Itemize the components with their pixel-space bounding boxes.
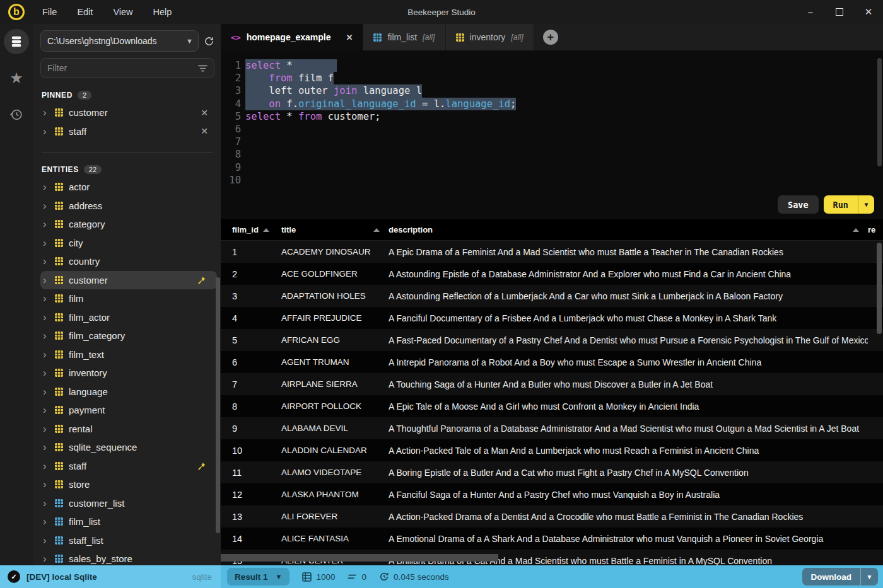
table-row[interactable]: 14 ALICE FANTASIA A Emotional Drama of a…: [221, 527, 883, 550]
cell-description[interactable]: A Fanciful Documentary of a Frisbee And …: [389, 313, 868, 323]
cell-film-id[interactable]: 10: [232, 446, 281, 456]
chevron-right-icon[interactable]: ›: [43, 238, 49, 248]
cell-film-id[interactable]: 14: [232, 534, 281, 544]
history-panel-button[interactable]: [4, 102, 29, 127]
table-row[interactable]: 12 ALASKA PHANTOM A Fanciful Saga of a H…: [221, 483, 883, 505]
chevron-right-icon[interactable]: ›: [43, 424, 49, 434]
cell-title[interactable]: AIRPLANE SIERRA: [281, 379, 389, 389]
cell-film-id[interactable]: 11: [232, 468, 281, 478]
chevron-right-icon[interactable]: ›: [43, 516, 49, 527]
sql-editor[interactable]: 1select *2 from film f3 left outer join …: [221, 50, 883, 219]
cell-title[interactable]: ACADEMY DINOSAUR: [281, 247, 389, 257]
cell-title[interactable]: AFRICAN EGG: [281, 335, 389, 345]
table-row[interactable]: 5 AFRICAN EGG A Fast-Paced Documentary o…: [221, 329, 883, 351]
pinned-item[interactable]: › staff ✕: [40, 122, 217, 141]
table-row[interactable]: 4 AFFAIR PREJUDICE A Fanciful Documentar…: [221, 307, 883, 329]
column-header-partial[interactable]: re: [868, 225, 883, 234]
cell-film-id[interactable]: 7: [232, 379, 281, 389]
code-line[interactable]: 5select * from customer;: [221, 110, 883, 123]
column-header-title[interactable]: title: [281, 225, 389, 234]
tab[interactable]: <> inventory [all] ✕: [446, 24, 534, 50]
entity-item[interactable]: › customer_list: [40, 494, 217, 513]
entity-item[interactable]: › film_actor: [40, 308, 217, 327]
cell-title[interactable]: ADAPTATION HOLES: [281, 291, 389, 301]
entity-item[interactable]: › language: [40, 383, 217, 401]
cell-description[interactable]: A Touching Saga of a Hunter And a Butler…: [389, 379, 868, 389]
cell-description[interactable]: A Emotional Drama of a A Shark And a Dat…: [389, 534, 868, 544]
unpin-close-icon[interactable]: ✕: [197, 126, 212, 136]
cell-film-id[interactable]: 13: [232, 512, 281, 522]
cell-title[interactable]: ALICE FANTASIA: [281, 534, 389, 543]
favorites-panel-button[interactable]: ★: [4, 66, 29, 91]
run-options-caret[interactable]: ▼: [858, 195, 874, 214]
filter-input[interactable]: [47, 63, 198, 73]
result-selector-button[interactable]: Result 1 ▼: [227, 568, 289, 585]
chevron-right-icon[interactable]: ›: [43, 293, 49, 304]
menu-item[interactable]: View: [105, 4, 140, 20]
cell-film-id[interactable]: 5: [232, 335, 281, 345]
download-button[interactable]: Download ▼: [802, 568, 879, 585]
chevron-right-icon[interactable]: ›: [43, 461, 49, 471]
tab[interactable]: <> film_list [all] ✕: [363, 24, 445, 50]
cell-description[interactable]: A Action-Packed Drama of a Dentist And a…: [389, 512, 868, 522]
table-row[interactable]: 1 ACADEMY DINOSAUR A Epic Drama of a Fem…: [221, 241, 883, 263]
chevron-right-icon[interactable]: ›: [43, 182, 49, 192]
entity-item[interactable]: › staff_list: [40, 531, 217, 550]
entity-item[interactable]: › film: [40, 289, 217, 308]
table-row[interactable]: 8 AIRPORT POLLOCK A Epic Tale of a Moose…: [221, 395, 883, 417]
cell-film-id[interactable]: 9: [232, 424, 281, 434]
code-line[interactable]: 4 on f.original_language_id = l.language…: [221, 98, 883, 110]
cell-description[interactable]: A Action-Packed Tale of a Man And a Lumb…: [389, 446, 868, 456]
entity-item[interactable]: › staff: [40, 457, 217, 476]
code-line[interactable]: 1select *: [221, 59, 883, 72]
pin-icon[interactable]: [197, 462, 206, 470]
table-row[interactable]: 6 AGENT TRUMAN A Intrepid Panorama of a …: [221, 351, 883, 373]
chevron-right-icon[interactable]: ›: [43, 535, 49, 546]
cell-title[interactable]: AIRPORT POLLOCK: [281, 401, 389, 411]
results-scrollbar[interactable]: [877, 243, 882, 334]
cell-film-id[interactable]: 6: [232, 357, 281, 367]
run-button-label[interactable]: Run: [824, 195, 858, 214]
menu-item[interactable]: Edit: [69, 4, 100, 20]
table-row[interactable]: 9 ALABAMA DEVIL A Thoughtful Panorama of…: [221, 417, 883, 439]
cell-film-id[interactable]: 3: [232, 291, 281, 301]
code-line[interactable]: 10: [221, 174, 883, 187]
code-line[interactable]: 3 left outer join language l: [221, 84, 883, 97]
new-tab-button[interactable]: +: [543, 30, 558, 45]
entity-item[interactable]: › address: [40, 197, 217, 216]
minimize-button[interactable]: −: [796, 0, 825, 24]
entity-item[interactable]: › store: [40, 475, 217, 494]
entity-item[interactable]: › customer: [40, 271, 217, 290]
entity-item[interactable]: › sqlite_sequence: [40, 438, 217, 457]
code-line[interactable]: 8: [221, 148, 883, 161]
entity-item[interactable]: › sales_by_store: [40, 550, 217, 565]
horizontal-scrollbar[interactable]: [221, 554, 498, 562]
table-row[interactable]: 11 ALAMO VIDEOTAPE A Boring Epistle of a…: [221, 461, 883, 483]
unpin-close-icon[interactable]: ✕: [197, 108, 212, 118]
entity-item[interactable]: › category: [40, 215, 217, 234]
cell-description[interactable]: A Fanciful Saga of a Hunter And a Pastry…: [389, 490, 868, 500]
chevron-right-icon[interactable]: ›: [43, 312, 49, 323]
table-row[interactable]: 3 ADAPTATION HOLES A Astounding Reflecti…: [221, 285, 883, 307]
cell-description[interactable]: A Astounding Epistle of a Database Admin…: [389, 269, 868, 279]
table-row[interactable]: 7 AIRPLANE SIERRA A Touching Saga of a H…: [221, 373, 883, 395]
entity-item[interactable]: › city: [40, 234, 217, 253]
download-options-caret[interactable]: ▼: [860, 568, 878, 585]
code-line[interactable]: 7: [221, 135, 883, 148]
chevron-right-icon[interactable]: ›: [43, 386, 49, 397]
connection-status[interactable]: ✓ [DEV] local Sqlite sqlite: [0, 565, 221, 588]
refresh-button[interactable]: [204, 36, 214, 47]
database-selector[interactable]: C:\Users\ghstng\Downloads ▼: [40, 30, 199, 52]
sort-ascending-icon[interactable]: [373, 228, 380, 232]
chevron-right-icon[interactable]: ›: [43, 442, 49, 453]
cell-title[interactable]: ALASKA PHANTOM: [281, 490, 389, 499]
cell-film-id[interactable]: 4: [232, 313, 281, 323]
entity-item[interactable]: › actor: [40, 178, 217, 197]
chevron-right-icon[interactable]: ›: [43, 126, 49, 137]
entity-item[interactable]: › payment: [40, 401, 217, 420]
code-line[interactable]: 2 from film f: [221, 72, 883, 84]
cell-title[interactable]: ACE GOLDFINGER: [281, 269, 389, 279]
cell-title[interactable]: ALI FOREVER: [281, 512, 389, 521]
entity-item[interactable]: › inventory: [40, 364, 217, 383]
database-panel-button[interactable]: [4, 29, 29, 54]
